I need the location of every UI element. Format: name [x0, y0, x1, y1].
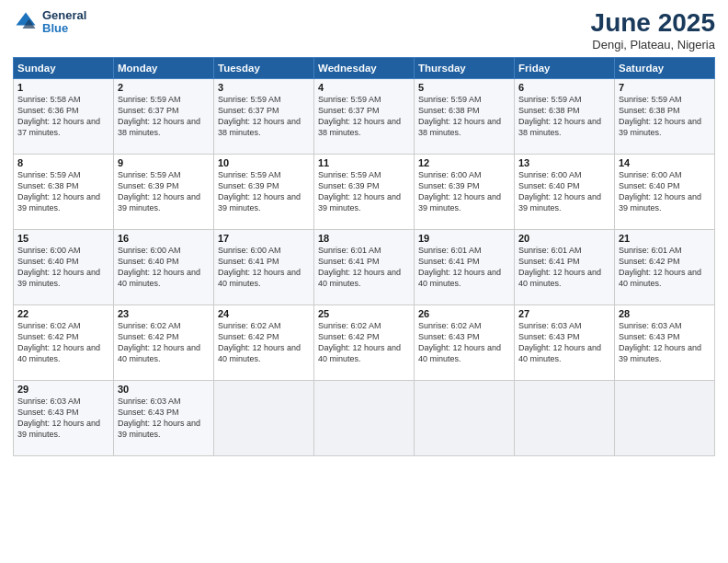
- table-row: 17Sunrise: 6:00 AMSunset: 6:41 PMDayligh…: [214, 229, 314, 304]
- day-detail: Sunrise: 6:03 AMSunset: 6:43 PMDaylight:…: [17, 396, 100, 439]
- day-detail: Sunrise: 6:00 AMSunset: 6:40 PMDaylight:…: [518, 170, 601, 213]
- table-row: 29Sunrise: 6:03 AMSunset: 6:43 PMDayligh…: [14, 380, 114, 455]
- table-row: [615, 380, 715, 455]
- header-wednesday: Wednesday: [314, 57, 415, 78]
- day-number: 4: [318, 82, 410, 93]
- header-sunday: Sunday: [14, 57, 114, 78]
- table-row: 30Sunrise: 6:03 AMSunset: 6:43 PMDayligh…: [114, 380, 214, 455]
- calendar-week-3: 15Sunrise: 6:00 AMSunset: 6:40 PMDayligh…: [14, 229, 715, 304]
- day-number: 22: [17, 308, 109, 319]
- day-number: 29: [17, 384, 109, 395]
- day-detail: Sunrise: 6:03 AMSunset: 6:43 PMDaylight:…: [619, 321, 701, 363]
- day-detail: Sunrise: 5:59 AMSunset: 6:38 PMDaylight:…: [418, 95, 501, 137]
- day-number: 20: [518, 233, 610, 244]
- day-number: 1: [17, 82, 109, 93]
- table-row: 28Sunrise: 6:03 AMSunset: 6:43 PMDayligh…: [615, 304, 715, 380]
- day-number: 6: [518, 82, 610, 93]
- day-detail: Sunrise: 5:59 AMSunset: 6:37 PMDaylight:…: [218, 95, 301, 137]
- header-saturday: Saturday: [615, 57, 715, 78]
- day-detail: Sunrise: 6:02 AMSunset: 6:42 PMDaylight:…: [218, 321, 301, 363]
- table-row: 4Sunrise: 5:59 AMSunset: 6:37 PMDaylight…: [314, 78, 415, 154]
- table-row: [214, 380, 314, 455]
- day-number: 15: [17, 233, 109, 244]
- day-number: 3: [218, 82, 310, 93]
- table-row: 10Sunrise: 5:59 AMSunset: 6:39 PMDayligh…: [214, 154, 314, 229]
- table-row: 20Sunrise: 6:01 AMSunset: 6:41 PMDayligh…: [515, 229, 615, 304]
- day-number: 26: [418, 308, 510, 319]
- table-row: 26Sunrise: 6:02 AMSunset: 6:43 PMDayligh…: [415, 304, 515, 380]
- logo-text: General Blue: [42, 9, 86, 36]
- calendar-week-2: 8Sunrise: 5:59 AMSunset: 6:38 PMDaylight…: [14, 154, 715, 229]
- day-number: 9: [118, 157, 210, 168]
- day-detail: Sunrise: 5:59 AMSunset: 6:39 PMDaylight:…: [218, 170, 301, 213]
- day-detail: Sunrise: 6:00 AMSunset: 6:40 PMDaylight:…: [619, 170, 701, 213]
- table-row: 18Sunrise: 6:01 AMSunset: 6:41 PMDayligh…: [314, 229, 415, 304]
- day-number: 12: [418, 157, 510, 168]
- day-detail: Sunrise: 6:00 AMSunset: 6:40 PMDaylight:…: [118, 246, 200, 288]
- header-thursday: Thursday: [415, 57, 515, 78]
- header-tuesday: Tuesday: [214, 57, 314, 78]
- table-row: 6Sunrise: 5:59 AMSunset: 6:38 PMDaylight…: [515, 78, 615, 154]
- day-number: 25: [318, 308, 410, 319]
- table-row: 14Sunrise: 6:00 AMSunset: 6:40 PMDayligh…: [615, 154, 715, 229]
- day-number: 2: [118, 82, 210, 93]
- day-detail: Sunrise: 6:00 AMSunset: 6:41 PMDaylight:…: [218, 246, 301, 288]
- table-row: 22Sunrise: 6:02 AMSunset: 6:42 PMDayligh…: [14, 304, 114, 380]
- table-row: 25Sunrise: 6:02 AMSunset: 6:42 PMDayligh…: [314, 304, 415, 380]
- table-row: 1Sunrise: 5:58 AMSunset: 6:36 PMDaylight…: [14, 78, 114, 154]
- month-title: June 2025: [591, 9, 715, 38]
- table-row: 16Sunrise: 6:00 AMSunset: 6:40 PMDayligh…: [114, 229, 214, 304]
- day-number: 21: [619, 233, 711, 244]
- day-number: 24: [218, 308, 310, 319]
- calendar-week-5: 29Sunrise: 6:03 AMSunset: 6:43 PMDayligh…: [14, 380, 715, 455]
- day-detail: Sunrise: 6:02 AMSunset: 6:43 PMDaylight:…: [418, 321, 501, 363]
- logo: General Blue: [13, 9, 86, 36]
- table-row: 19Sunrise: 6:01 AMSunset: 6:41 PMDayligh…: [415, 229, 515, 304]
- day-number: 5: [418, 82, 510, 93]
- day-detail: Sunrise: 5:59 AMSunset: 6:38 PMDaylight:…: [619, 95, 701, 137]
- day-detail: Sunrise: 6:02 AMSunset: 6:42 PMDaylight:…: [17, 321, 100, 363]
- table-row: 5Sunrise: 5:59 AMSunset: 6:38 PMDaylight…: [415, 78, 515, 154]
- day-number: 18: [318, 233, 410, 244]
- day-number: 10: [218, 157, 310, 168]
- table-row: 24Sunrise: 6:02 AMSunset: 6:42 PMDayligh…: [214, 304, 314, 380]
- day-detail: Sunrise: 5:59 AMSunset: 6:39 PMDaylight:…: [318, 170, 401, 213]
- day-number: 19: [418, 233, 510, 244]
- day-detail: Sunrise: 5:59 AMSunset: 6:37 PMDaylight:…: [118, 95, 200, 137]
- svg-marker-0: [17, 13, 36, 26]
- day-detail: Sunrise: 6:01 AMSunset: 6:41 PMDaylight:…: [518, 246, 601, 288]
- day-number: 8: [17, 157, 109, 168]
- day-detail: Sunrise: 6:03 AMSunset: 6:43 PMDaylight:…: [518, 321, 601, 363]
- header: General Blue June 2025 Dengi, Plateau, N…: [13, 9, 715, 52]
- day-number: 14: [619, 157, 711, 168]
- day-detail: Sunrise: 6:01 AMSunset: 6:41 PMDaylight:…: [318, 246, 401, 288]
- day-detail: Sunrise: 6:02 AMSunset: 6:42 PMDaylight:…: [118, 321, 200, 363]
- header-monday: Monday: [114, 57, 214, 78]
- calendar-header-row: Sunday Monday Tuesday Wednesday Thursday…: [14, 57, 715, 78]
- table-row: 11Sunrise: 5:59 AMSunset: 6:39 PMDayligh…: [314, 154, 415, 229]
- day-detail: Sunrise: 6:01 AMSunset: 6:42 PMDaylight:…: [619, 246, 701, 288]
- day-number: 23: [118, 308, 210, 319]
- day-detail: Sunrise: 5:59 AMSunset: 6:38 PMDaylight:…: [17, 170, 100, 213]
- day-number: 30: [118, 384, 210, 395]
- day-detail: Sunrise: 5:59 AMSunset: 6:37 PMDaylight:…: [318, 95, 401, 137]
- day-number: 27: [518, 308, 610, 319]
- table-row: 8Sunrise: 5:59 AMSunset: 6:38 PMDaylight…: [14, 154, 114, 229]
- table-row: 13Sunrise: 6:00 AMSunset: 6:40 PMDayligh…: [515, 154, 615, 229]
- calendar-table: Sunday Monday Tuesday Wednesday Thursday…: [13, 57, 715, 456]
- table-row: 9Sunrise: 5:59 AMSunset: 6:39 PMDaylight…: [114, 154, 214, 229]
- page: General Blue June 2025 Dengi, Plateau, N…: [0, 0, 728, 563]
- day-detail: Sunrise: 5:58 AMSunset: 6:36 PMDaylight:…: [17, 95, 100, 137]
- day-number: 11: [318, 157, 410, 168]
- table-row: 27Sunrise: 6:03 AMSunset: 6:43 PMDayligh…: [515, 304, 615, 380]
- day-detail: Sunrise: 5:59 AMSunset: 6:38 PMDaylight:…: [518, 95, 601, 137]
- day-number: 17: [218, 233, 310, 244]
- table-row: 3Sunrise: 5:59 AMSunset: 6:37 PMDaylight…: [214, 78, 314, 154]
- table-row: 2Sunrise: 5:59 AMSunset: 6:37 PMDaylight…: [114, 78, 214, 154]
- calendar-week-4: 22Sunrise: 6:02 AMSunset: 6:42 PMDayligh…: [14, 304, 715, 380]
- subtitle: Dengi, Plateau, Nigeria: [591, 38, 715, 52]
- day-detail: Sunrise: 5:59 AMSunset: 6:39 PMDaylight:…: [118, 170, 200, 213]
- table-row: [314, 380, 415, 455]
- calendar-week-1: 1Sunrise: 5:58 AMSunset: 6:36 PMDaylight…: [14, 78, 715, 154]
- day-number: 16: [118, 233, 210, 244]
